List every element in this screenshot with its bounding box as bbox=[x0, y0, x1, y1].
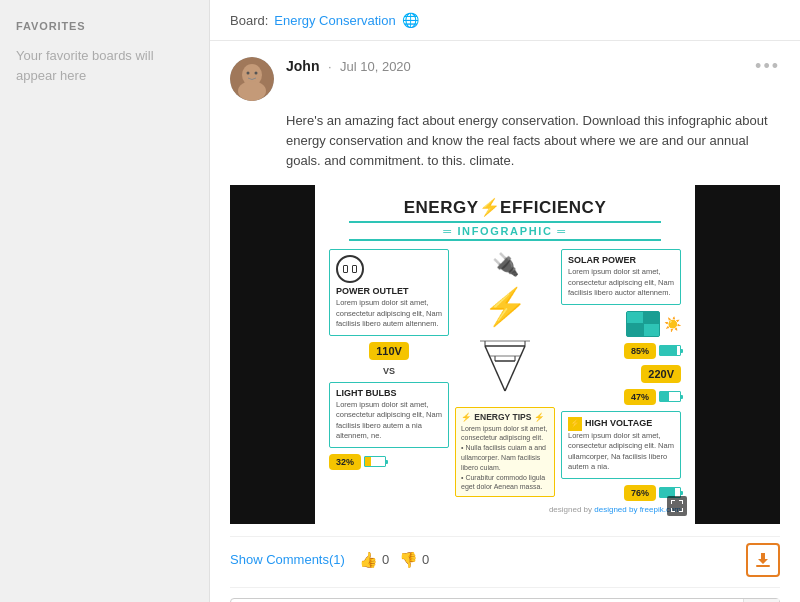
bulbs-text: Lorem ipsum dolor sit amet, consectetur … bbox=[336, 400, 442, 442]
dislike-count: 0 bbox=[422, 552, 429, 567]
tips-text: Lorem ipsum dolor sit amet, consectetur … bbox=[461, 424, 549, 493]
power-outlet-box: POWER OUTLET Lorem ipsum dolor sit amet,… bbox=[329, 249, 449, 336]
like-group: 👍 0 bbox=[359, 551, 389, 569]
svg-line-7 bbox=[505, 346, 525, 391]
infographic-subtitle: ═ INFOGRAPHIC ═ bbox=[349, 221, 661, 241]
110v-badge: 110V bbox=[369, 342, 409, 360]
post-date: Jul 10, 2020 bbox=[340, 59, 411, 74]
sun-icon: ☀️ bbox=[664, 316, 681, 332]
plug-icon: 🔌 bbox=[492, 252, 519, 278]
bulbs-title: LIGHT BULBS bbox=[336, 388, 442, 398]
dislike-group: 👎 0 bbox=[399, 551, 429, 569]
svg-point-2 bbox=[238, 81, 266, 101]
infographic-title: ENERGY⚡EFFICIENCY bbox=[329, 199, 681, 218]
vs-label: VS bbox=[329, 366, 449, 376]
like-count: 0 bbox=[382, 552, 389, 567]
globe-icon: 🌐 bbox=[402, 12, 419, 28]
svg-point-3 bbox=[247, 72, 250, 75]
like-icon[interactable]: 👍 bbox=[359, 551, 378, 569]
post-meta: John · Jul 10, 2020 bbox=[286, 57, 755, 75]
send-button[interactable] bbox=[743, 599, 779, 602]
85pct-badge: 85% bbox=[624, 343, 656, 359]
board-label: Board: bbox=[230, 13, 268, 28]
board-header: Board: Energy Conservation 🌐 bbox=[210, 0, 800, 41]
download-button[interactable] bbox=[746, 543, 780, 577]
high-voltage-text: Lorem ipsum dolor sit amet, consectetur … bbox=[568, 431, 674, 473]
fullscreen-icon[interactable] bbox=[667, 496, 687, 516]
outlet-title: POWER OUTLET bbox=[336, 286, 442, 296]
post-actions-bar: Show Comments(1) 👍 0 👎 0 bbox=[230, 536, 780, 588]
dislike-icon[interactable]: 👎 bbox=[399, 551, 418, 569]
avatar bbox=[230, 57, 274, 101]
freepik-credit: designed by designed by freepik.com bbox=[329, 505, 681, 514]
post-author: John bbox=[286, 58, 319, 74]
board-name[interactable]: Energy Conservation bbox=[274, 13, 395, 28]
high-voltage-title: HIGH VOLTAGE bbox=[585, 418, 652, 428]
main-content: Board: Energy Conservation 🌐 John · bbox=[210, 0, 800, 602]
solar-panel-icon bbox=[626, 311, 660, 337]
solar-text: Lorem ipsum dolor sit amet, consectetur … bbox=[568, 267, 674, 299]
220v-badge: 220V bbox=[641, 365, 681, 383]
comment-box bbox=[230, 598, 780, 602]
light-bulbs-box: LIGHT BULBS Lorem ipsum dolor sit amet, … bbox=[329, 382, 449, 448]
energy-tips-box: ⚡ ENERGY TIPS ⚡ Lorem ipsum dolor sit am… bbox=[455, 407, 555, 498]
solar-power-box: SOLAR POWER Lorem ipsum dolor sit amet, … bbox=[561, 249, 681, 305]
47pct-badge: 47% bbox=[624, 389, 656, 405]
svg-rect-15 bbox=[756, 565, 770, 567]
sidebar: FAVORITES Your favorite boards will appe… bbox=[0, 0, 210, 602]
infographic-image: ENERGY⚡EFFICIENCY ═ INFOGRAPHIC ═ bbox=[230, 185, 780, 523]
power-line-svg bbox=[480, 336, 530, 396]
post-header: John · Jul 10, 2020 ••• bbox=[230, 57, 780, 101]
infographic-inner: ENERGY⚡EFFICIENCY ═ INFOGRAPHIC ═ bbox=[315, 185, 695, 523]
high-voltage-box: ⚡ HIGH VOLTAGE Lorem ipsum dolor sit ame… bbox=[561, 411, 681, 479]
tips-title: ⚡ ENERGY TIPS ⚡ bbox=[461, 412, 549, 422]
76pct-badge: 76% bbox=[624, 485, 656, 501]
svg-point-4 bbox=[255, 72, 258, 75]
outlet-text: Lorem ipsum dolor sit amet, consectetur … bbox=[336, 298, 442, 330]
sidebar-empty-message: Your favorite boards will appear here bbox=[16, 46, 193, 85]
post-body: Here's an amazing fact about energy cons… bbox=[230, 111, 780, 171]
post-more-button[interactable]: ••• bbox=[755, 57, 780, 75]
power-tower-icon: ⚡ bbox=[483, 289, 528, 325]
show-comments-link[interactable]: Show Comments(1) bbox=[230, 552, 345, 567]
post-card: John · Jul 10, 2020 ••• Here's an amazin… bbox=[210, 41, 800, 602]
sidebar-title: FAVORITES bbox=[16, 20, 193, 32]
svg-line-6 bbox=[485, 346, 505, 391]
solar-title: SOLAR POWER bbox=[568, 255, 674, 265]
32pct-badge: 32% bbox=[329, 454, 361, 470]
